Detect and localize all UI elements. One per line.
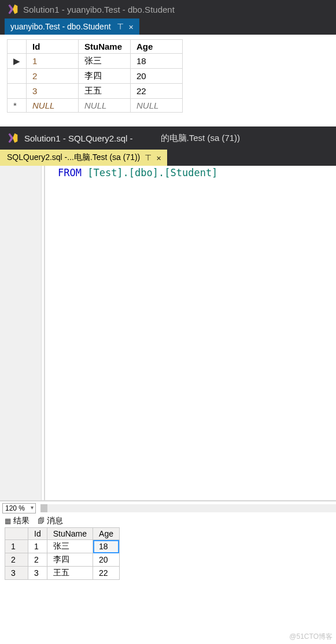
horizontal-scrollbar[interactable] bbox=[40, 504, 336, 512]
row-number[interactable]: 2 bbox=[5, 553, 28, 567]
cell-id[interactable]: 3 bbox=[27, 84, 79, 99]
watermark: @51CTO博客 bbox=[289, 632, 333, 642]
row-marker[interactable]: * bbox=[8, 99, 27, 113]
cell-stuname[interactable]: 李四 bbox=[47, 553, 93, 567]
visual-studio-icon bbox=[7, 132, 19, 144]
svg-marker-1 bbox=[13, 5, 17, 14]
cell-id[interactable]: 1 bbox=[28, 540, 47, 553]
cell-age[interactable]: 20 bbox=[131, 69, 183, 84]
pin-icon[interactable] bbox=[117, 22, 124, 31]
results-col-stuname[interactable]: StuName bbox=[47, 528, 93, 540]
cell-id[interactable]: 2 bbox=[28, 553, 47, 567]
table-row[interactable]: 33王五22 bbox=[5, 567, 120, 580]
tab-sqlquery2[interactable]: SQLQuery2.sql -...电脑.Test (sa (71)) bbox=[0, 150, 167, 166]
cell-age[interactable]: 22 bbox=[93, 567, 120, 580]
zoom-combo[interactable]: 120 % bbox=[2, 503, 36, 513]
cell-id[interactable]: 3 bbox=[28, 567, 47, 580]
table-row[interactable]: 3王五22 bbox=[8, 84, 183, 99]
cell-age[interactable]: 22 bbox=[131, 84, 183, 99]
connection-label: 的电脑.Test (sa (71)) bbox=[161, 133, 241, 144]
row-marker[interactable] bbox=[8, 84, 27, 99]
table-row[interactable]: 2李四20 bbox=[8, 69, 183, 84]
col-age[interactable]: Age bbox=[131, 40, 183, 54]
tab-label: yuanyibo.Test - dbo.Student bbox=[10, 22, 111, 31]
cell-age[interactable]: NULL bbox=[131, 99, 183, 113]
cell-age[interactable]: 18 bbox=[93, 540, 120, 553]
document-tab-strip-1: yuanyibo.Test - dbo.Student bbox=[0, 18, 336, 35]
editor-outline-rule bbox=[44, 166, 45, 500]
results-corner bbox=[5, 528, 28, 540]
vs-title-bar-2: Solution1 - SQLQuery2.sql - 的电脑.Test (sa… bbox=[0, 126, 336, 150]
results-grid[interactable]: Id StuName Age 11张三1822李四2033王五22 bbox=[5, 527, 120, 580]
cell-stuname[interactable]: 李四 bbox=[79, 69, 131, 84]
vs-title-bar-1: Solution1 - yuanyibo.Test - dbo.Student bbox=[0, 0, 336, 18]
cell-stuname[interactable]: 王五 bbox=[79, 84, 131, 99]
results-col-age[interactable]: Age bbox=[93, 528, 120, 540]
cell-stuname[interactable]: 张三 bbox=[79, 54, 131, 69]
tab-label: SQLQuery2.sql -...电脑.Test (sa (71)) bbox=[7, 152, 140, 163]
tab-dbo-student[interactable]: yuanyibo.Test - dbo.Student bbox=[5, 18, 139, 35]
results-panel-tabs: ▦ 结果 🗐 消息 bbox=[0, 515, 336, 527]
close-icon[interactable] bbox=[156, 153, 161, 162]
col-stuname[interactable]: StuName bbox=[79, 40, 131, 54]
messages-icon: 🗐 bbox=[38, 517, 45, 525]
sql-editor[interactable]: FROM [Test].[dbo].[Student] bbox=[0, 166, 336, 501]
row-header-corner bbox=[8, 40, 27, 54]
col-id[interactable]: Id bbox=[27, 40, 79, 54]
cell-id[interactable]: 2 bbox=[27, 69, 79, 84]
table-data-grid[interactable]: Id StuName Age ▶1张三182李四203王五22*NULLNULL… bbox=[7, 39, 183, 113]
cell-age[interactable]: 20 bbox=[93, 553, 120, 567]
svg-marker-3 bbox=[13, 133, 17, 143]
grid-icon: ▦ bbox=[5, 517, 11, 525]
row-number[interactable]: 1 bbox=[5, 540, 28, 553]
window-title-1: Solution1 - yuanyibo.Test - dbo.Student bbox=[23, 5, 175, 14]
cell-stuname[interactable]: 王五 bbox=[47, 567, 93, 580]
editor-status-bar: 120 % bbox=[0, 501, 336, 515]
cell-id[interactable]: 1 bbox=[27, 54, 79, 69]
table-row[interactable]: *NULLNULLNULL bbox=[8, 99, 183, 113]
table-row[interactable]: 11张三18 bbox=[5, 540, 120, 553]
results-col-id[interactable]: Id bbox=[28, 528, 47, 540]
tab-results[interactable]: ▦ 结果 bbox=[5, 516, 29, 526]
table-row[interactable]: 22李四20 bbox=[5, 553, 120, 567]
visual-studio-icon bbox=[7, 3, 19, 15]
editor-gutter bbox=[0, 166, 42, 500]
cell-id[interactable]: NULL bbox=[27, 99, 79, 113]
cell-stuname[interactable]: NULL bbox=[79, 99, 131, 113]
cell-stuname[interactable]: 张三 bbox=[47, 540, 93, 553]
row-marker[interactable]: ▶ bbox=[8, 54, 27, 69]
pin-icon[interactable] bbox=[145, 153, 152, 162]
editor-text[interactable]: FROM [Test].[dbo].[Student] bbox=[58, 166, 217, 180]
row-number[interactable]: 3 bbox=[5, 567, 28, 580]
scrollbar-thumb[interactable] bbox=[40, 504, 47, 512]
tab-messages[interactable]: 🗐 消息 bbox=[38, 516, 63, 526]
close-icon[interactable] bbox=[128, 22, 134, 31]
document-tab-strip-2: SQLQuery2.sql -...电脑.Test (sa (71)) bbox=[0, 150, 336, 166]
row-marker[interactable] bbox=[8, 69, 27, 84]
cell-age[interactable]: 18 bbox=[131, 54, 183, 69]
tab-actions bbox=[117, 22, 134, 31]
window-title-2: Solution1 - SQLQuery2.sql - bbox=[24, 133, 133, 143]
table-row[interactable]: ▶1张三18 bbox=[8, 54, 183, 69]
